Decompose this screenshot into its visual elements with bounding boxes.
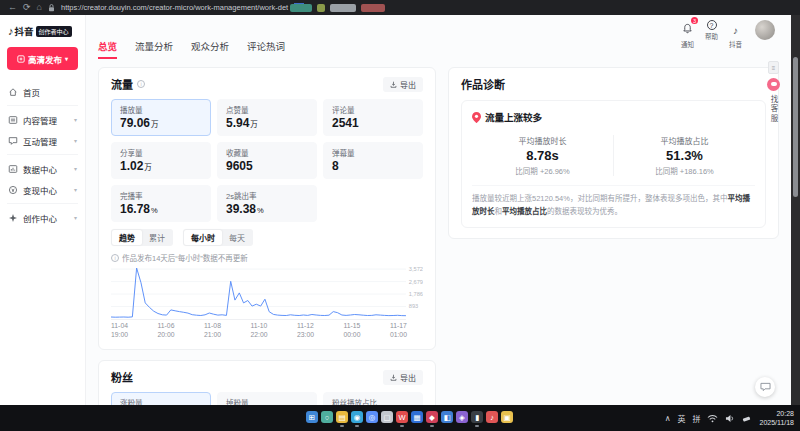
publish-icon xyxy=(17,55,25,63)
extension-chip[interactable] xyxy=(290,4,312,12)
stat-value: 1.02万 xyxy=(120,159,202,173)
wps-icon[interactable]: W xyxy=(396,411,408,423)
tray-time: 20:28 xyxy=(759,409,794,418)
stat-label: 掉粉量 xyxy=(226,397,308,405)
chrome-icon[interactable]: ◎ xyxy=(366,411,378,423)
tab-流量分析[interactable]: 流量分析 xyxy=(135,39,173,59)
stat-label: 粉丝播放占比 xyxy=(332,397,414,405)
music-app-icon[interactable]: ♪ xyxy=(486,411,498,423)
stat-tile-分享量[interactable]: 分享量1.02万 xyxy=(111,142,211,179)
chat-fab-button[interactable] xyxy=(755,377,775,397)
header-action-抖音[interactable]: ♪抖音 xyxy=(729,20,742,49)
avatar[interactable] xyxy=(755,20,775,40)
sidebar-group: 数据中心▾变现中心▾ xyxy=(7,155,78,204)
search-icon[interactable]: ○ xyxy=(321,411,333,423)
publish-button[interactable]: 高清发布 ▾ xyxy=(7,47,78,70)
volume-icon[interactable] xyxy=(725,414,735,423)
stat-unit: % xyxy=(257,206,264,215)
tray-chevron-up-icon[interactable]: ∧ xyxy=(665,414,671,423)
stat-tile-粉丝播放占比[interactable]: 粉丝播放占比0.4% xyxy=(323,392,423,405)
terminal-icon[interactable]: ▮ xyxy=(471,411,483,423)
stat-unit: % xyxy=(151,206,158,215)
file-explorer-icon[interactable]: ▤ xyxy=(336,411,348,423)
info-icon[interactable]: i xyxy=(137,80,145,88)
app-blue-icon[interactable]: ▦ xyxy=(411,411,423,423)
service-widget-label[interactable]: 找客服 xyxy=(768,95,779,124)
extension-chip[interactable] xyxy=(361,4,385,12)
toggle-累计[interactable]: 累计 xyxy=(142,230,172,245)
back-icon[interactable]: ← xyxy=(8,3,17,12)
scrollbar-track[interactable] xyxy=(791,15,800,405)
widget-collapse-icon[interactable]: ≡ xyxy=(768,61,779,74)
sidebar-item-创作中心[interactable]: 创作中心▾ xyxy=(7,207,78,228)
stat-tile-点赞量[interactable]: 点赞量5.94万 xyxy=(217,99,317,136)
scrollbar-thumb[interactable] xyxy=(793,57,798,197)
sidebar-item-互动管理[interactable]: 互动管理▾ xyxy=(7,130,78,151)
diagnosis-box: 流量上涨较多 平均播放时长 8.78s 比同期 +26.96% 平均播放占比 5… xyxy=(461,100,766,228)
stat-tile-收藏量[interactable]: 收藏量9605 xyxy=(217,142,317,179)
wifi-icon[interactable] xyxy=(707,414,718,423)
toggle-每天[interactable]: 每天 xyxy=(222,230,252,245)
ime-language-indicator[interactable]: 英 xyxy=(677,413,685,424)
diagnosis-metrics: 平均播放时长 8.78s 比同期 +26.96% 平均播放占比 51.3% 比同… xyxy=(472,135,755,176)
traffic-card: 流量 i 导出 播放量79.06万点赞量5.94万评论量2541分享量1.02万… xyxy=(98,67,436,350)
tab-总览[interactable]: 总览 xyxy=(98,39,117,59)
home-icon[interactable]: ⌂ xyxy=(37,3,42,12)
sidebar-item-内容管理[interactable]: 内容管理▾ xyxy=(7,109,78,130)
traffic-tiles: 播放量79.06万点赞量5.94万评论量2541分享量1.02万收藏量9605弹… xyxy=(111,99,423,222)
stat-tile-掉粉量[interactable]: 掉粉量70 xyxy=(217,392,317,405)
start-icon[interactable]: ⊞ xyxy=(306,411,318,423)
stat-tile-涨粉量[interactable]: 涨粉量1361 xyxy=(111,392,211,405)
pen-icon[interactable] xyxy=(742,414,752,422)
edge-icon[interactable]: ◉ xyxy=(351,411,363,423)
windows-taskbar: ⊞○▤◉◎▢W▦◆◧◈▮♪▣ ∧ 英 拼 20:28 2025/11/18 xyxy=(0,405,800,431)
toggle-趋势[interactable]: 趋势 xyxy=(112,230,142,245)
traffic-title: 流量 xyxy=(111,76,133,92)
stat-tile-弹幕量[interactable]: 弹幕量8 xyxy=(323,142,423,179)
traffic-line-chart[interactable]: 3,5722,6791,78689311-0419:0011-0620:0011… xyxy=(111,266,423,339)
stat-label: 2s跳出率 xyxy=(226,190,308,201)
export-button[interactable]: 导出 xyxy=(383,370,423,385)
header-action-通知[interactable]: 通知3 xyxy=(681,20,694,49)
left-column: 流量 i 导出 播放量79.06万点赞量5.94万评论量2541分享量1.02万… xyxy=(98,67,436,405)
export-button[interactable]: 导出 xyxy=(383,77,423,92)
stat-tile-2s跳出率[interactable]: 2s跳出率39.38% xyxy=(217,185,317,222)
clock[interactable]: 20:28 2025/11/18 xyxy=(759,409,794,427)
vscode-icon[interactable]: ◧ xyxy=(441,411,453,423)
traffic-toggles: 趋势累计每小时每天 xyxy=(111,229,423,246)
toggle-每小时[interactable]: 每小时 xyxy=(184,230,222,245)
douyin-logo[interactable]: ♪ 抖音 创作者中心 xyxy=(8,24,78,38)
sidebar-item-数据中心[interactable]: 数据中心▾ xyxy=(7,158,78,179)
stat-tile-完播率[interactable]: 完播率16.78% xyxy=(111,185,211,222)
stat-unit: 万 xyxy=(144,163,152,172)
sidebar-item-变现中心[interactable]: 变现中心▾ xyxy=(7,179,78,200)
help-icon: ? xyxy=(707,20,717,30)
header-action-帮助[interactable]: ?帮助 xyxy=(705,20,718,49)
ime-pinyin-indicator[interactable]: 拼 xyxy=(692,413,700,424)
svg-text:2,679: 2,679 xyxy=(409,278,423,284)
sidebar-item-label: 数据中心 xyxy=(23,163,57,175)
folder-app-icon[interactable]: ▣ xyxy=(501,411,513,423)
extension-chip[interactable] xyxy=(317,4,325,12)
tab-评论热词[interactable]: 评论热词 xyxy=(247,39,285,59)
stat-tile-播放量[interactable]: 播放量79.06万 xyxy=(111,99,211,136)
x-axis-tick: 11-1701:00 xyxy=(390,321,407,339)
app-purple-icon[interactable]: ◈ xyxy=(456,411,468,423)
x-axis-tick: 11-0620:00 xyxy=(157,321,174,339)
fans-title: 粉丝 xyxy=(111,369,133,385)
notes-icon[interactable]: ▢ xyxy=(381,411,393,423)
svg-text:1,786: 1,786 xyxy=(409,291,423,297)
stat-tile-评论量[interactable]: 评论量2541 xyxy=(323,99,423,136)
sidebar-group: 内容管理▾互动管理▾ xyxy=(7,106,78,155)
sidebar-item-首页[interactable]: 首页 xyxy=(7,81,78,102)
tab-观众分析[interactable]: 观众分析 xyxy=(191,39,229,59)
pin-app-icon[interactable]: ◆ xyxy=(426,411,438,423)
extension-chip[interactable] xyxy=(330,4,356,12)
customer-service-mascot-icon[interactable] xyxy=(767,78,780,91)
refresh-icon[interactable]: ⟳ xyxy=(23,3,31,12)
sidebar-item-label: 互动管理 xyxy=(23,135,57,147)
sidebar-item-label: 变现中心 xyxy=(23,184,57,196)
url-text[interactable]: https://creator.douyin.com/creator-micro… xyxy=(61,3,288,12)
metric-avg-watch-time: 平均播放时长 8.78s 比同期 +26.96% xyxy=(472,135,613,176)
chevron-down-icon: ▾ xyxy=(74,214,77,221)
